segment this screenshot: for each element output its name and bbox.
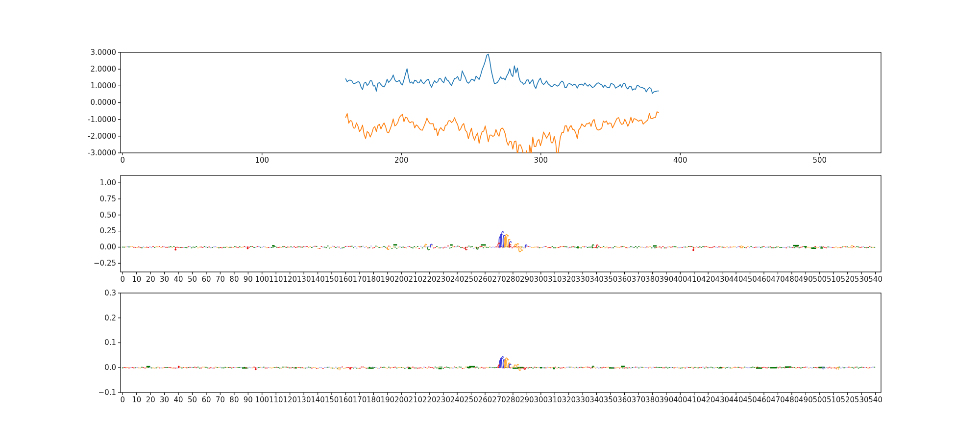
figure xyxy=(0,0,980,441)
chart-canvas xyxy=(0,0,980,441)
